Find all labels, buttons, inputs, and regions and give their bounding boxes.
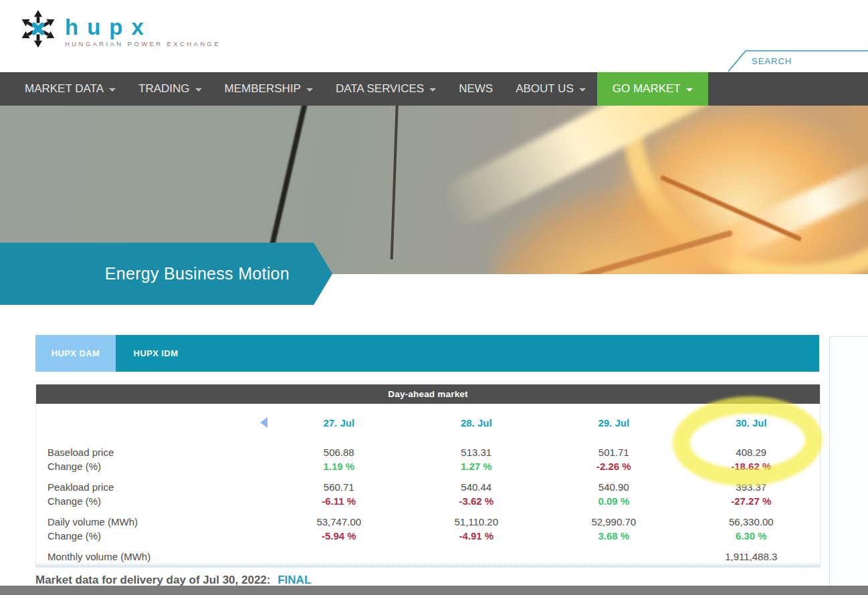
nav-item-data-services[interactable]: DATA SERVICES — [324, 72, 447, 106]
column-header-27-jul: 27. Jul — [270, 417, 408, 429]
nav-item-label: NEWS — [459, 82, 493, 96]
nav-item-trading[interactable]: TRADING — [127, 72, 213, 106]
table-cell: 506.88 — [270, 447, 408, 458]
table-cell: -2.26 % — [545, 461, 683, 472]
column-header-29-jul: 29. Jul — [545, 417, 683, 429]
adjacent-panel — [829, 336, 868, 587]
table-row-change-change: Change (%)-5.94 %-4.91 %3.68 %6.30 % — [36, 529, 820, 543]
delivery-day-note: Market data for delivery day of Jul 30, … — [35, 574, 311, 587]
row-label: Change (%) — [36, 495, 270, 507]
table-cell: 3.68 % — [545, 530, 683, 542]
delivery-day-text: Market data for delivery day of Jul 30, … — [35, 574, 270, 586]
column-header-28-jul: 28. Jul — [408, 417, 546, 429]
chevron-down-icon — [306, 88, 313, 92]
row-label: Change (%) — [36, 530, 270, 542]
logo-wordmark: hupx — [65, 17, 221, 37]
chevron-down-icon — [195, 88, 202, 92]
search-input[interactable]: SEARCH — [752, 56, 792, 66]
nav-item-label: GO MARKET — [613, 82, 681, 96]
tab-hupx-idm[interactable]: HUPX IDM — [116, 335, 196, 372]
nav-item-label: MEMBERSHIP — [225, 82, 301, 96]
table-cell: 1,911,488.3 — [683, 551, 821, 562]
table-cell: 1.19 % — [270, 461, 408, 472]
table-cell: -27.27 % — [683, 495, 821, 507]
nav-item-market-data[interactable]: MARKET DATA — [13, 72, 127, 106]
nav-item-label: MARKET DATA — [25, 82, 104, 96]
nav-item-go-market[interactable]: GO MARKET — [597, 72, 708, 106]
nav-item-label: DATA SERVICES — [336, 82, 424, 96]
search-box-outline — [728, 50, 868, 72]
site-header: hupx HUNGARIAN POWER EXCHANGE SEARCH — [0, 0, 868, 72]
table-cell: -5.94 % — [270, 530, 408, 542]
table-cell: 1.27 % — [408, 461, 546, 472]
hupx-logo-icon — [18, 8, 58, 49]
table-cell: 53,747.00 — [270, 516, 408, 527]
market-tabs: HUPX DAMHUPX IDM — [35, 335, 819, 372]
hupx-page: hupx HUNGARIAN POWER EXCHANGE SEARCH MAR… — [0, 0, 868, 595]
table-row-daily-volume-mwh: Daily volume (MWh)53,747.0051,110.2052,9… — [36, 515, 820, 529]
chevron-down-icon — [686, 88, 693, 92]
chevron-down-icon — [429, 88, 436, 92]
hupx-logo[interactable]: hupx HUNGARIAN POWER EXCHANGE — [18, 8, 221, 49]
hero-wire — [391, 106, 399, 259]
nav-item-news[interactable]: NEWS — [447, 72, 504, 106]
status-final-link[interactable]: FINAL — [278, 574, 311, 586]
table-cell: -6.11 % — [270, 495, 408, 507]
table-title: Day-ahead market — [36, 384, 820, 404]
date-row-label-cell — [36, 417, 270, 428]
table-row-peakload-price: Peakload price560.71540.44540.90393.37 — [36, 480, 820, 494]
nav-item-label: ABOUT US — [516, 82, 574, 96]
table-cell: 51,110.20 — [408, 516, 546, 527]
table-cell: 6.30 % — [683, 530, 821, 542]
page-title-banner: Energy Business Motion — [0, 243, 332, 305]
nav-item-membership[interactable]: MEMBERSHIP — [213, 72, 324, 106]
row-label: Baseload price — [36, 447, 270, 458]
table-cell: 501.71 — [545, 447, 683, 458]
row-label: Change (%) — [36, 461, 270, 472]
table-cell: 0.09 % — [545, 495, 683, 507]
row-label: Monthly volume (MWh) — [36, 551, 270, 562]
table-cell: 56,330.00 — [683, 516, 821, 527]
page-title: Energy Business Motion — [105, 264, 290, 283]
logo-text-block: hupx HUNGARIAN POWER EXCHANGE — [65, 8, 221, 47]
nav-item-about-us[interactable]: ABOUT US — [504, 72, 597, 106]
previous-days-arrow-icon[interactable] — [260, 417, 267, 428]
table-cell: -4.91 % — [408, 530, 546, 542]
table-cell: 52,990.70 — [545, 516, 683, 527]
table-cell: -3.62 % — [408, 495, 546, 507]
row-label: Peakload price — [36, 481, 270, 493]
search-box[interactable]: SEARCH — [728, 50, 868, 72]
table-cell: 540.90 — [545, 481, 683, 493]
table-cell: 560.71 — [270, 481, 408, 493]
table-cell: 513.31 — [408, 447, 546, 458]
main-nav: MARKET DATATRADINGMEMBERSHIPDATA SERVICE… — [0, 72, 868, 106]
tab-hupx-dam[interactable]: HUPX DAM — [35, 335, 116, 372]
logo-tagline: HUNGARIAN POWER EXCHANGE — [65, 40, 221, 47]
chevron-down-icon — [579, 88, 586, 92]
table-row-change-change: Change (%)-6.11 %-3.62 %0.09 %-27.27 % — [36, 494, 820, 508]
chevron-down-icon — [109, 88, 116, 92]
row-label: Daily volume (MWh) — [36, 516, 270, 527]
table-row-monthly-volume-mwh: Monthly volume (MWh)1,911,488.3 — [36, 550, 820, 564]
table-cell: 540.44 — [408, 481, 546, 493]
bottom-gray-bar — [0, 586, 868, 595]
nav-item-label: TRADING — [138, 82, 190, 96]
